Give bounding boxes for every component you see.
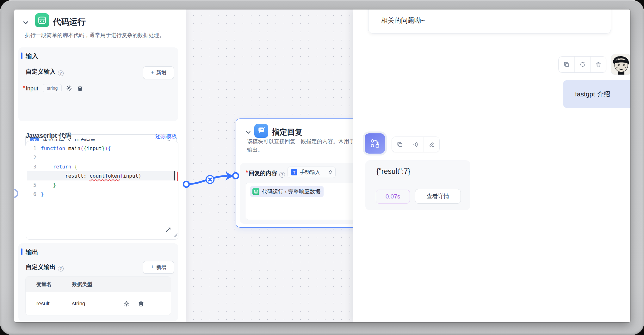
ai-workflow-avatar[interactable] [365,133,385,154]
node-reply[interactable]: 指定回复 该模块可以直接回复一段指定的内容。常用于引 输出。 *回复的内容? T… [236,119,372,228]
reply-node-description-2: 输出。 [247,146,263,154]
reply-content-textarea[interactable]: 代码运行 › 完整响应数据 [246,183,366,220]
output-section: 输出 自定义输出? +新增 变量名 数据类型 result string [18,243,178,321]
code-line[interactable]: 5 } [26,180,178,190]
edit-icon[interactable] [424,137,439,152]
user-message-toolbar [558,56,606,73]
collapse-chevron-icon[interactable] [22,19,29,28]
help-icon[interactable]: ? [58,70,64,76]
voice-icon[interactable] [408,137,424,152]
user-message-bubble: fastgpt 介绍 [563,80,630,108]
custom-output-label: 自定义输出? [26,263,64,271]
output-section-title: 输出 [26,248,38,256]
input-section-title: 输入 [26,52,38,60]
code-run-icon [35,13,49,27]
input-mode-select[interactable]: T 手动输入 [288,167,336,178]
required-asterisk: * [246,169,248,176]
code-line[interactable]: 4 result: countToken(input) [26,171,178,180]
retry-icon[interactable] [574,57,590,72]
output-table-header: 变量名 数据类型 [26,277,171,292]
output-var-name: result [26,301,72,307]
add-output-button[interactable]: +新增 [143,261,174,274]
select-updown-icon [329,170,332,174]
code-line[interactable]: 1function main({input}){ [26,144,178,153]
code-run-mini-icon [252,188,259,195]
input-field-name: *input [23,85,38,92]
copy-icon[interactable] [392,137,408,152]
help-icon[interactable]: ? [58,266,64,271]
text-input-icon: T [291,169,297,175]
js-code-label: Javascript 代码 [26,131,71,140]
line-number: 5 [26,180,41,190]
help-icon[interactable]: ? [279,172,285,178]
cursor-marker [174,171,175,180]
gear-icon[interactable] [66,85,72,91]
collapse-chevron-icon[interactable] [245,129,252,137]
ai-response-text: {"result":7} [376,167,410,176]
line-number: 2 [26,153,41,162]
code-node-title: 代码运行 [53,16,86,27]
output-var-type: string [72,301,120,307]
code-line[interactable]: 2 [26,153,178,162]
line-number: 6 [26,190,41,199]
duration-badge: 0.07s [376,190,410,204]
error-marker [177,172,178,181]
reply-content-section: *回复的内容? T 手动输入 [240,163,368,224]
line-number: 1 [26,144,41,153]
custom-input-label: 自定义输入? [26,68,64,76]
column-header-name: 变量名 [26,281,72,288]
ai-response-card: {"result":7} 0.07s 查看详情 [365,160,470,210]
variable-reference-tag[interactable]: 代码运行 › 完整响应数据 [250,186,324,197]
reset-template-link[interactable]: 还原模板 [155,133,177,140]
reply-node-icon [254,124,268,138]
app-window: 指定回复 该模块可以直接回复一段指定的内容。常用于引 输出。 *回复的内容? T… [14,9,630,322]
input-type-tag: string [43,84,62,92]
variable-reference-label: 代码运行 › 完整响应数据 [262,188,320,195]
assistant-message-text: 相关的问题呦~ [381,16,425,25]
resize-handle[interactable] [172,232,177,239]
code-editor[interactable]: 1function main({input}){23 return {4 res… [26,141,178,240]
view-detail-button[interactable]: 查看详情 [415,189,461,204]
chat-debug-panel: 相关的问题呦~ [353,9,630,322]
column-header-type: 数据类型 [72,281,120,288]
code-line[interactable]: 6} [26,190,178,199]
section-accent-bar [21,248,22,255]
code-node-panel: 代码运行 执行一段简单的脚本代码，通常用于进行复杂的数据处理。 输入 自定义输入… [14,9,186,322]
code-line[interactable]: 3 return { [26,162,178,171]
section-accent-bar [21,52,22,59]
expand-icon[interactable] [165,227,171,234]
trash-icon[interactable] [138,301,144,307]
reply-node-title: 指定回复 [272,127,302,137]
reply-node-description: 该模块可以直接回复一段指定的内容。常用于引 [247,138,360,145]
plus-icon: + [151,264,154,270]
line-number: 3 [26,162,41,171]
assistant-message-card: 相关的问题呦~ [368,9,611,34]
user-avatar[interactable] [611,54,630,75]
reply-content-label: *回复的内容? [246,169,285,178]
screenshot-stage: 指定回复 该模块可以直接回复一段指定的内容。常用于引 输出。 *回复的内容? T… [0,0,644,335]
code-node-description: 执行一段简单的脚本代码，通常用于进行复杂的数据处理。 [25,32,183,39]
input-section: 输入 自定义输入? +新增 *input string [18,47,178,121]
user-message-text: fastgpt 介绍 [575,90,610,99]
ai-message-toolbar [392,137,440,152]
table-row: result string [26,292,171,315]
copy-icon[interactable] [559,57,574,72]
plus-icon: + [151,70,154,75]
gear-icon[interactable] [123,301,130,307]
add-input-button[interactable]: +新增 [143,66,174,79]
output-table: 变量名 数据类型 result string [26,277,171,315]
trash-icon[interactable] [590,57,606,72]
input-mode-value: 手动输入 [300,169,320,176]
trash-icon[interactable] [77,85,83,91]
